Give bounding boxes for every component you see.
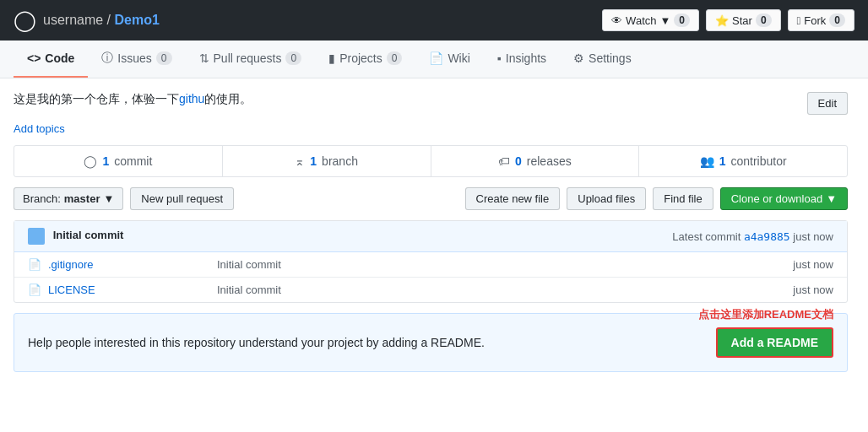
repo-name-link[interactable]: Demo1 [115,13,160,27]
commit-info-right: Latest commit a4a9885 just now [672,230,833,243]
slash: / [107,13,115,27]
create-new-file-button[interactable]: Create new file [465,187,561,210]
tab-settings[interactable]: ⚙ Settings [560,40,645,78]
code-icon: <> [27,51,41,65]
commit-icon: ◯ [84,154,97,168]
branches-stat[interactable]: ⌅ 1 branch [223,146,431,176]
wiki-icon: 📄 [429,51,443,65]
upload-files-button[interactable]: Upload files [567,187,646,210]
desc-text-after: 的使用。 [204,92,252,105]
settings-icon: ⚙ [573,51,584,65]
repo-nav: <> Code ⓘ Issues 0 ⇅ Pull requests 0 ▮ P… [0,40,868,78]
add-topics-link[interactable]: Add topics [14,122,65,135]
commit-hash[interactable]: a4a9885 [744,230,790,243]
main-content: 这是我的第一个仓库，体验一下githu的使用。 Edit Add topics … [0,78,861,386]
commits-count: 1 [102,154,109,168]
tag-icon: 🏷 [498,154,510,168]
repo-path: username / Demo1 [43,13,160,28]
file-name-license[interactable]: LICENSE [48,284,217,296]
chevron-down-icon: ▼ [103,192,114,205]
branch-icon: ⌅ [295,154,305,168]
readme-prompt: Help people interested in this repositor… [14,313,848,372]
tab-issues[interactable]: ⓘ Issues 0 [88,40,185,78]
readme-btn-container: 点击这里添加README文档 Add a README [716,327,833,358]
tab-insights[interactable]: ▪ Insights [484,40,560,78]
branch-selector[interactable]: Branch: master ▼ [14,187,123,210]
tab-projects-label: Projects [339,51,382,65]
star-icon: ⭐ [715,14,729,27]
tab-issues-label: Issues [117,51,151,65]
pr-icon: ⇅ [199,51,209,65]
star-label: Star [732,14,752,27]
star-count: 0 [756,14,772,27]
tab-projects[interactable]: ▮ Projects 0 [315,40,415,78]
edit-description-button[interactable]: Edit [807,92,848,115]
description-section: 这是我的第一个仓库，体验一下githu的使用。 Edit [14,92,848,115]
desc-text-before: 这是我的第一个仓库，体验一下 [14,92,179,105]
tab-settings-label: Settings [589,51,632,65]
issues-icon: ⓘ [101,51,113,66]
tab-wiki[interactable]: 📄 Wiki [415,40,483,78]
readme-annotation: 点击这里添加README文档 [698,307,833,322]
top-bar: ◯ username / Demo1 👁 Watch ▼ 0 ⭐ Star 0 … [0,0,868,40]
file-time-gitignore: just now [749,258,833,271]
tab-code[interactable]: <> Code [14,40,88,78]
star-button[interactable]: ⭐ Star 0 [706,9,781,31]
top-bar-right: 👁 Watch ▼ 0 ⭐ Star 0  Fork 0 [602,9,854,31]
commit-time: just now [793,230,833,243]
action-bar-left: Branch: master ▼ New pull request [14,187,234,210]
file-commit-gitignore: Initial commit [217,258,749,271]
desc-highlighted: githu [179,92,204,105]
add-readme-button[interactable]: Add a README [716,327,833,358]
file-icon: 📄 [28,284,41,296]
clone-chevron-icon: ▼ [826,192,837,205]
file-time-license: just now [749,284,833,296]
issues-count: 0 [156,51,172,65]
octocat-icon: ◯ [14,8,36,32]
clone-label: Clone or download [731,192,822,205]
file-name-gitignore[interactable]: .gitignore [48,258,217,271]
contributors-label: contributor [730,154,786,168]
fork-icon:  [797,14,801,27]
projects-count: 0 [387,51,403,65]
new-pull-request-button[interactable]: New pull request [130,187,234,210]
fork-label: Fork [804,14,826,27]
branch-label: Branch: [23,192,61,205]
tab-insights-label: Insights [506,51,546,65]
stats-bar: ◯ 1 commit ⌅ 1 branch 🏷 0 releases 👥 1 c… [14,145,848,177]
file-row: 📄 .gitignore Initial commit just now [14,252,847,278]
fork-button[interactable]:  Fork 0 [788,9,854,31]
contributors-stat[interactable]: 👥 1 contributor [639,146,847,176]
branches-count: 1 [310,154,317,168]
description-text: 这是我的第一个仓库，体验一下githu的使用。 [14,92,252,107]
commits-stat[interactable]: ◯ 1 commit [14,146,223,176]
insights-icon: ▪ [497,51,502,65]
fork-count: 0 [829,14,845,27]
projects-icon: ▮ [328,51,335,65]
releases-count: 0 [515,154,522,168]
commit-message: Initial commit [53,229,124,241]
find-file-button[interactable]: Find file [653,187,713,210]
avatar [28,228,45,245]
readme-prompt-text: Help people interested in this repositor… [28,336,485,349]
watch-button[interactable]: 👁 Watch ▼ 0 [602,9,699,31]
action-bar: Branch: master ▼ New pull request Create… [14,187,848,210]
tab-code-label: Code [45,51,74,65]
tab-pull-requests[interactable]: ⇅ Pull requests 0 [186,40,316,78]
top-bar-left: ◯ username / Demo1 [14,8,160,32]
clone-download-button[interactable]: Clone or download ▼ [720,187,848,210]
releases-label: releases [527,154,572,168]
releases-stat[interactable]: 🏷 0 releases [431,146,640,176]
latest-commit-label: Latest commit [672,230,741,243]
tab-pr-label: Pull requests [214,51,282,65]
file-table: Initial commit Latest commit a4a9885 jus… [14,220,848,303]
branches-label: branch [322,154,358,168]
eye-icon: 👁 [611,14,622,27]
tab-wiki-label: Wiki [448,51,469,65]
branch-name: master [64,192,100,205]
repo-owner: username [43,13,103,27]
file-row: 📄 LICENSE Initial commit just now [14,278,847,302]
watch-count: 0 [674,14,690,27]
watch-label: Watch [626,14,656,27]
commit-header-left: Initial commit [28,228,123,245]
